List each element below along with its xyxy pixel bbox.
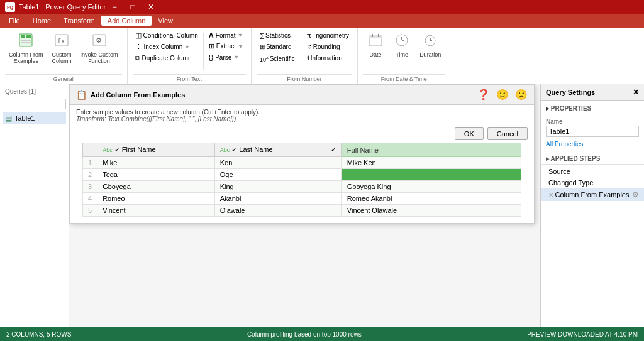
invoke-custom-function-button[interactable]: ⚙ Invoke CustomFunction <box>77 30 122 67</box>
name-input[interactable] <box>546 126 639 137</box>
step-column-from-examples[interactable]: ✕ Column From Examples ⚙ <box>541 188 644 201</box>
app-icon: PQ <box>5 2 15 12</box>
title-text: Table1 - Power Query Editor <box>19 3 106 11</box>
queries-panel-title: Queries [1] <box>3 87 66 96</box>
last-name-header[interactable]: Abc ✓ Last Name ✓ <box>214 143 341 157</box>
duration-label: Duration <box>419 51 441 58</box>
ribbon-section-fromnumber: ∑ Statistics ⊞ Standard 10x Scientific π… <box>252 28 358 84</box>
status-bar: 2 COLUMNS, 5 ROWS Column profiling based… <box>0 327 644 341</box>
first-name-header[interactable]: Abc ✓ First Name <box>97 143 215 157</box>
table-row[interactable]: 3GboyegaKingGboyega King <box>83 181 521 193</box>
first-name-cell[interactable]: Romeo <box>97 193 215 205</box>
delete-step-icon[interactable]: ✕ <box>548 192 553 198</box>
menu-home[interactable]: Home <box>26 16 57 26</box>
close-button[interactable]: ✕ <box>142 0 160 14</box>
full-name-cell[interactable]: Gboyega King <box>341 181 521 193</box>
collapse-icon[interactable]: ✕ <box>633 88 639 97</box>
column-from-examples-button[interactable]: Column FromExamples <box>5 30 47 67</box>
standard-button[interactable]: ⊞ Standard <box>257 41 298 52</box>
first-name-cell[interactable]: Vincent <box>97 205 215 217</box>
row-number: 2 <box>83 169 97 181</box>
ribbon-section-fromdatetime: Date Time Duration From Date & Time <box>358 28 450 84</box>
date-icon <box>368 33 383 50</box>
status-downloaded: PREVIEW DOWNLOADED AT 4:10 PM <box>527 331 638 338</box>
first-name-cell[interactable]: Mike <box>97 157 215 169</box>
index-column-button[interactable]: ⋮ Index Column ▼ <box>133 41 201 52</box>
table-body: 1MikeKenMike Ken2TegaOge3GboyegaKingGboy… <box>83 157 521 217</box>
svg-rect-10 <box>369 35 382 38</box>
last-name-cell[interactable]: Akanbi <box>214 193 341 205</box>
from-number-label: From Number <box>257 74 352 82</box>
maximize-button[interactable]: □ <box>124 0 142 14</box>
status-profiling: Column profiling based on top 1000 rows <box>247 331 362 338</box>
menu-add-column[interactable]: Add Column <box>101 16 152 26</box>
full-name-input[interactable] <box>347 171 516 178</box>
rounding-button[interactable]: ↺ Rounding <box>304 41 352 52</box>
svg-rect-3 <box>21 40 31 41</box>
table-icon: ▤ <box>5 114 12 122</box>
help-icon[interactable]: ❓ <box>477 89 490 100</box>
add-column-dialog: 📋 Add Column From Examples ❓ 🙂 🙁 Enter s… <box>69 84 535 224</box>
statistics-icon: ∑ <box>260 32 264 39</box>
extract-icon: ⊞ <box>209 42 214 50</box>
full-name-cell[interactable]: Vincent Olawale <box>341 205 521 217</box>
custom-column-button[interactable]: fx CustomColumn <box>48 30 75 67</box>
table-row[interactable]: 4RomeoAkanbiRomeo Akanbi <box>83 193 521 205</box>
happy-icon[interactable]: 🙂 <box>496 89 509 100</box>
ok-button[interactable]: OK <box>455 127 484 140</box>
conditional-column-button[interactable]: ◫ Conditional Column <box>133 30 201 41</box>
minimize-button[interactable]: − <box>106 0 123 14</box>
table-row[interactable]: 2TegaOge <box>83 169 521 181</box>
cancel-button[interactable]: Cancel <box>487 127 528 140</box>
duplicate-column-button[interactable]: ⧉ Duplicate Column <box>133 53 201 63</box>
all-properties-link[interactable]: All Properties <box>541 139 644 149</box>
table-row[interactable]: 1MikeKenMike Ken <box>83 157 521 169</box>
last-name-cell[interactable]: Ken <box>214 157 341 169</box>
trigonometry-button[interactable]: π Trigonometry <box>304 30 352 41</box>
status-columns-rows: 2 COLUMNS, 5 ROWS <box>6 331 71 338</box>
step-source[interactable]: Source <box>541 166 644 177</box>
row-number: 3 <box>83 181 97 193</box>
last-name-cell[interactable]: Olawale <box>214 205 341 217</box>
step-settings-icon[interactable]: ⚙ <box>632 190 639 199</box>
sep2 <box>301 33 301 70</box>
table-header-row: Abc ✓ First Name Abc ✓ Last Name ✓ Full … <box>83 143 521 157</box>
svg-text:⚙: ⚙ <box>96 36 102 44</box>
last-name-cell[interactable]: Oge <box>214 169 341 181</box>
from-date-time-label: From Date & Time <box>363 74 445 82</box>
full-name-cell[interactable]: Mike Ken <box>341 157 521 169</box>
date-button[interactable]: Date <box>363 30 388 60</box>
from-text-label: From Text <box>133 74 246 82</box>
main-area: Queries [1] ▤ Table1 📋 Add Column From E… <box>0 84 644 327</box>
svg-text:fx: fx <box>57 38 65 45</box>
statistics-button[interactable]: ∑ Statistics <box>257 30 298 41</box>
step-changed-type[interactable]: Changed Type <box>541 177 644 188</box>
duration-button[interactable]: Duration <box>416 30 445 60</box>
trig-icon: π <box>307 32 311 39</box>
unhappy-icon[interactable]: 🙁 <box>515 89 528 100</box>
table-row[interactable]: 5VincentOlawaleVincent Olawale <box>83 205 521 217</box>
extract-button[interactable]: ⊞ Extract ▼ <box>206 41 246 51</box>
menu-view[interactable]: View <box>152 16 179 26</box>
svg-rect-1 <box>21 35 25 38</box>
first-name-cell[interactable]: Tega <box>97 169 215 181</box>
information-button[interactable]: ℹ Information <box>304 53 352 63</box>
first-name-cell[interactable]: Gboyega <box>97 181 215 193</box>
applied-steps-section: ▸ APPLIED STEPS Source Changed Type ✕ Co… <box>541 153 644 201</box>
format-button[interactable]: A Format ▼ <box>206 30 246 40</box>
full-name-header[interactable]: Full Name <box>341 143 521 157</box>
dialog-header-icon: 📋 <box>76 90 87 100</box>
queries-search-input[interactable] <box>3 99 66 109</box>
custom-column-icon: fx <box>54 33 69 50</box>
last-name-cell[interactable]: King <box>214 181 341 193</box>
query-item-table1[interactable]: ▤ Table1 <box>3 112 66 124</box>
column-examples-label: Column FromExamples <box>9 51 43 64</box>
parse-button[interactable]: {} Parse ▼ <box>206 52 246 62</box>
window-controls: − □ ✕ <box>106 0 160 14</box>
scientific-button[interactable]: 10x Scientific <box>257 53 298 65</box>
menu-file[interactable]: File <box>3 16 26 26</box>
time-button[interactable]: Time <box>389 30 414 60</box>
full-name-cell[interactable]: Romeo Akanbi <box>341 193 521 205</box>
menu-transform[interactable]: Transform <box>57 16 101 26</box>
full-name-cell[interactable] <box>341 169 521 181</box>
